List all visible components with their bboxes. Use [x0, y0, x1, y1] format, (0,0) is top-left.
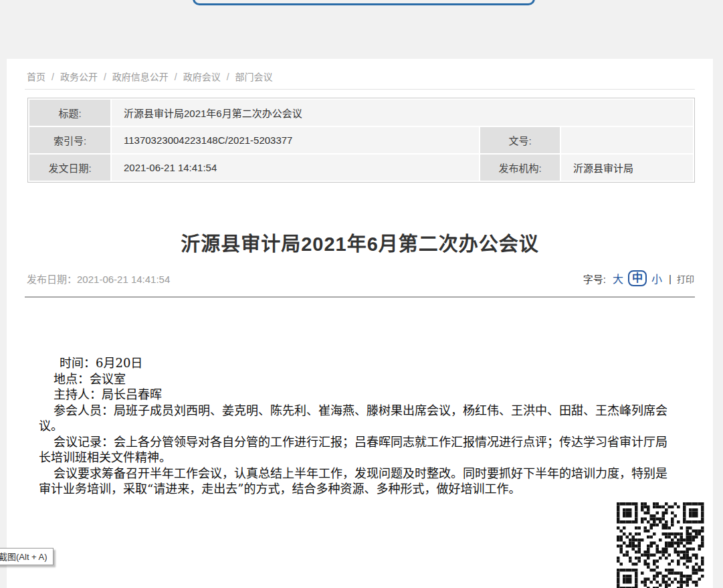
font-size-large-button[interactable]: 大	[613, 270, 623, 286]
table-row: 发文日期: 2021-06-21 14:41:54 发布机构: 沂源县审计局	[29, 155, 693, 181]
meta-label-title: 标题:	[29, 100, 110, 126]
breadcrumb-item-home[interactable]: 首页	[27, 72, 45, 82]
meta-label-date: 发文日期:	[29, 155, 110, 181]
breadcrumb-item-info[interactable]: 政府信息公开	[112, 72, 169, 82]
meta-value-agency: 沂源县审计局	[561, 155, 693, 181]
paragraph-attendees: 参会人员：局班子成员刘西明、姜克明、陈先利、崔海燕、滕树果出席会议，杨红伟、王洪…	[39, 403, 674, 434]
meta-value-docnum	[561, 127, 693, 153]
breadcrumb-separator: /	[51, 72, 54, 82]
meta-value-title: 沂源县审计局2021年6月第二次办公会议	[112, 100, 693, 126]
meta-table: 标题: 沂源县审计局2021年6月第二次办公会议 索引号: 1137032300…	[27, 98, 695, 183]
paragraph-time: 时间：6月20日	[39, 355, 674, 371]
font-size-label: 字号:	[583, 272, 606, 286]
publish-date-value: 2021-06-21 14:41:54	[77, 274, 170, 285]
font-size-small-button[interactable]: 小	[651, 270, 662, 286]
screenshot-tooltip: 截图(Alt + A)	[0, 548, 54, 565]
breadcrumb: 首页/政务公开/政府信息公开/政府会议/部门会议	[7, 59, 713, 84]
search-box-partial[interactable]	[193, 0, 535, 5]
paragraph-host: 主持人：局长吕春晖	[39, 387, 674, 403]
font-controls: 字号: 大 中 小 | 打印	[583, 270, 694, 286]
article-body: 时间：6月20日 地点：会议室 主持人：局长吕春晖 参会人员：局班子成员刘西明、…	[39, 355, 674, 497]
content-card: 首页/政务公开/政府信息公开/政府会议/部门会议 标题: 沂源县审计局2021年…	[7, 59, 713, 588]
breadcrumb-item-gov-meeting[interactable]: 政府会议	[183, 72, 221, 82]
breadcrumb-separator: /	[175, 72, 177, 82]
paragraph-place: 地点：会议室	[39, 371, 674, 387]
print-button[interactable]: 打印	[677, 272, 694, 285]
controls-separator: |	[669, 273, 672, 284]
publish-date-label: 发布日期：	[27, 274, 77, 285]
meta-value-index: 11370323004223148C/2021-5203377	[112, 127, 479, 153]
breadcrumb-item-dept-meeting[interactable]: 部门会议	[235, 72, 273, 82]
table-row: 标题: 沂源县审计局2021年6月第二次办公会议	[29, 100, 693, 126]
breadcrumb-item-zhengwu[interactable]: 政务公开	[60, 72, 98, 82]
meta-value-date: 2021-06-21 14:41:54	[112, 155, 479, 181]
breadcrumb-separator: /	[104, 72, 106, 82]
date-row: 发布日期：2021-06-21 14:41:54 字号: 大 中 小 | 打印	[27, 270, 694, 287]
qr-code	[617, 502, 704, 588]
paragraph-requirements: 会议要求筹备召开半年工作会议，认真总结上半年工作，发现问题及时整改。同时要抓好下…	[39, 466, 674, 497]
font-size-medium-button[interactable]: 中	[628, 270, 647, 286]
article-title: 沂源县审计局2021年6月第二次办公会议	[7, 231, 713, 258]
publish-date: 发布日期：2021-06-21 14:41:54	[27, 272, 170, 286]
table-row: 索引号: 11370323004223148C/2021-5203377 文号:	[29, 127, 693, 153]
breadcrumb-divider	[25, 89, 695, 90]
meta-label-index: 索引号:	[29, 127, 110, 153]
paragraph-record: 会议记录：会上各分管领导对各自分管的工作进行汇报；吕春晖同志就工作汇报情况进行点…	[39, 434, 674, 466]
meta-label-agency: 发布机构:	[480, 155, 560, 181]
breadcrumb-separator: /	[227, 72, 229, 82]
meta-label-docnum: 文号:	[480, 127, 560, 153]
page: { "breadcrumb": { "separator": "/", "ite…	[0, 0, 723, 588]
title-divider	[25, 296, 695, 298]
